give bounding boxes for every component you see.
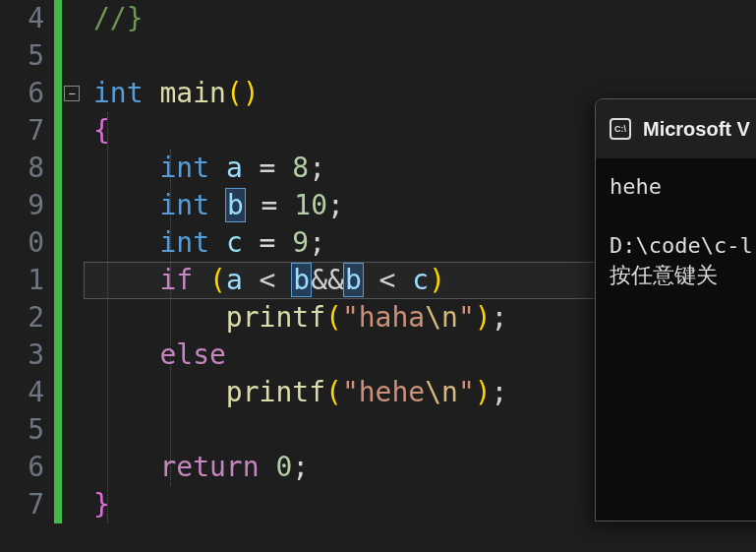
code-editor: 4 5 6 7 8 9 0 1 2 3 4 5 6 7 − //} int ma… <box>0 0 756 552</box>
line-number: 0 <box>0 224 44 262</box>
line-number: 8 <box>0 150 44 187</box>
fold-toggle-icon[interactable]: − <box>64 86 80 101</box>
line-number: 9 <box>0 187 44 224</box>
console-title: Microsoft V <box>643 118 750 141</box>
console-line: D:\code\c-l <box>610 233 753 258</box>
highlighted-var-b: b <box>344 264 363 296</box>
line-number: 5 <box>0 411 44 449</box>
highlighted-var-b: b <box>226 189 245 221</box>
line-number-gutter: 4 5 6 7 8 9 0 1 2 3 4 5 6 7 <box>0 0 54 552</box>
change-indicator-bar <box>54 0 62 552</box>
code-line[interactable] <box>84 37 756 75</box>
console-icon: C:\ <box>610 118 631 140</box>
line-number: 7 <box>0 486 44 523</box>
line-number: 4 <box>0 374 44 411</box>
console-titlebar[interactable]: C:\ Microsoft V <box>596 99 756 158</box>
console-output[interactable]: hehe D:\code\c-l 按任意键关 <box>596 158 756 304</box>
line-number: 7 <box>0 112 44 150</box>
fold-column: − <box>62 0 84 552</box>
line-number: 4 <box>0 0 44 37</box>
line-number: 6 <box>0 75 44 112</box>
console-window[interactable]: C:\ Microsoft V hehe D:\code\c-l 按任意键关 <box>595 98 756 521</box>
code-line[interactable]: //} <box>84 0 756 37</box>
console-line: 按任意键关 <box>610 263 718 287</box>
line-number: 1 <box>0 262 44 299</box>
console-line: hehe <box>610 174 662 199</box>
line-number: 2 <box>0 299 44 337</box>
line-number: 3 <box>0 337 44 374</box>
line-number: 6 <box>0 449 44 486</box>
line-number: 5 <box>0 37 44 75</box>
highlighted-var-b: b <box>292 264 311 296</box>
